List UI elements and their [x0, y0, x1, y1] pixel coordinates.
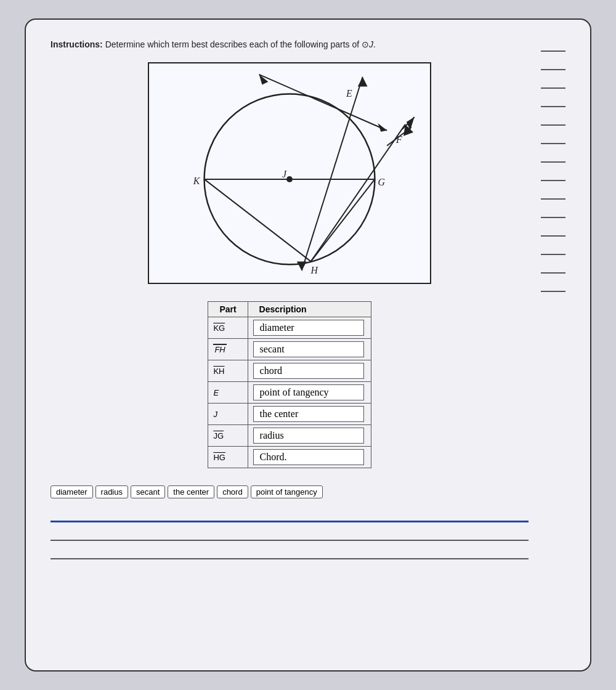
answer-hg: Chord. [248, 447, 371, 468]
part-kh: KH [208, 360, 248, 382]
margin-line [541, 254, 565, 255]
svg-line-5 [311, 179, 375, 262]
bottom-line-1 [51, 540, 529, 541]
margin-line [541, 106, 565, 107]
answer-jg: radius [248, 425, 371, 447]
word-chip-radius[interactable]: radius [95, 485, 128, 498]
table-row: FH secant [208, 339, 371, 360]
svg-text:J: J [282, 169, 287, 179]
answer-fh: secant [248, 339, 371, 360]
part-e: E [208, 382, 248, 404]
instructions-label: Instructions: [51, 39, 103, 49]
word-chip-point-of-tangency[interactable]: point of tangency [251, 485, 323, 498]
svg-line-9 [259, 75, 387, 131]
diagram-svg: J [149, 63, 430, 283]
table-section: Part Description KG diameter [51, 301, 529, 468]
circle-diagram: J [148, 62, 431, 284]
table-row: KG diameter [208, 317, 371, 339]
margin-line [541, 51, 565, 52]
margin-line [541, 124, 565, 126]
blue-divider [51, 521, 529, 522]
svg-text:K: K [193, 176, 201, 186]
margin-line [541, 143, 565, 144]
table-row: E point of tangency [208, 382, 371, 404]
svg-text:E: E [346, 88, 352, 99]
table-row: KH chord [208, 360, 371, 382]
page-container: Instructions: Determine which term best … [25, 18, 591, 672]
svg-marker-14 [297, 261, 307, 270]
description-table: Part Description KG diameter [208, 301, 371, 468]
margin-line [541, 69, 565, 70]
word-chip-secant[interactable]: secant [131, 485, 165, 498]
word-bank: diameter radius secant the center chord … [51, 485, 529, 498]
margin-line [541, 87, 565, 89]
col-description: Description [248, 302, 371, 317]
answer-e: point of tangency [248, 382, 371, 404]
word-chip-chord[interactable]: chord [217, 485, 248, 498]
right-margin-lines [529, 38, 565, 652]
part-j: J [208, 404, 248, 425]
answer-kg: diameter [248, 317, 371, 339]
part-kg: KG [208, 317, 248, 339]
word-chip-diameter[interactable]: diameter [51, 485, 93, 498]
word-chip-the-center[interactable]: the center [168, 485, 214, 498]
svg-marker-13 [358, 77, 368, 87]
bottom-line-2 [51, 558, 529, 559]
svg-text:G: G [378, 177, 385, 187]
instructions-text: Determine which term best describes each… [105, 39, 376, 49]
bottom-lines [51, 540, 529, 559]
table-row: HG Chord. [208, 447, 371, 468]
col-part: Part [208, 302, 248, 317]
margin-line [541, 161, 565, 163]
margin-line [541, 291, 565, 292]
answer-kh: chord [248, 360, 371, 382]
margin-line [541, 217, 565, 218]
svg-text:H: H [310, 265, 319, 275]
margin-line [541, 180, 565, 181]
answer-j: the center [248, 404, 371, 425]
margin-line [541, 198, 565, 200]
margin-line [541, 235, 565, 237]
main-content: Instructions: Determine which term best … [51, 38, 529, 652]
table-row: JG radius [208, 425, 371, 447]
table-row: J the center [208, 404, 371, 425]
svg-line-4 [205, 179, 311, 262]
svg-line-6 [311, 124, 405, 262]
part-jg: JG [208, 425, 248, 447]
margin-line [541, 272, 565, 274]
part-fh: FH [208, 339, 248, 360]
part-hg: HG [208, 447, 248, 468]
instructions: Instructions: Determine which term best … [51, 38, 529, 51]
svg-text:F: F [395, 134, 402, 145]
